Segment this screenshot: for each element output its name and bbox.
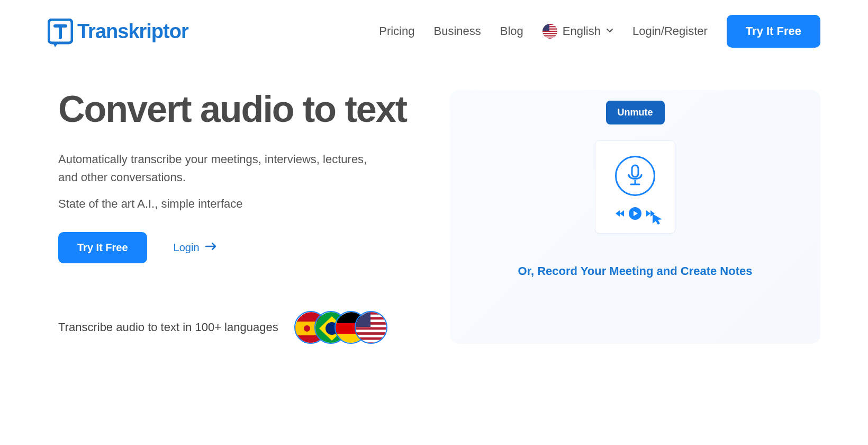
nav-pricing[interactable]: Pricing <box>379 24 414 38</box>
hero-left: Convert audio to text Automatically tran… <box>58 90 429 344</box>
svg-point-13 <box>304 325 310 332</box>
play-icon[interactable] <box>628 207 642 222</box>
logo-icon <box>48 19 73 44</box>
svg-rect-9 <box>542 24 549 31</box>
nav: Pricing Business Blog English Login/Regi… <box>379 15 820 48</box>
svg-rect-7 <box>542 34 557 35</box>
svg-rect-26 <box>356 330 387 332</box>
svg-rect-28 <box>356 340 387 342</box>
login-link-label: Login <box>174 242 200 254</box>
player-controls <box>614 207 656 222</box>
hero-title: Convert audio to text <box>58 90 429 129</box>
languages-text: Transcribe audio to text in 100+ languag… <box>58 321 278 334</box>
nav-login-register[interactable]: Login/Register <box>632 24 708 38</box>
nav-business[interactable]: Business <box>433 24 481 38</box>
languages-row: Transcribe audio to text in 100+ languag… <box>58 311 429 344</box>
login-link[interactable]: Login <box>174 242 218 254</box>
svg-rect-8 <box>542 37 557 38</box>
rewind-icon[interactable] <box>614 209 625 220</box>
svg-rect-6 <box>542 32 557 33</box>
unmute-button[interactable]: Unmute <box>606 101 665 124</box>
hero-subdescription: State of the art A.I., simple interface <box>58 197 429 211</box>
try-free-button-hero[interactable]: Try It Free <box>58 232 147 263</box>
try-free-button-header[interactable]: Try It Free <box>727 15 820 48</box>
hero-right-card: Unmute <box>450 90 820 344</box>
hero: Convert audio to text Automatically tran… <box>0 58 868 344</box>
svg-rect-3 <box>542 25 557 26</box>
arrow-right-icon <box>205 242 218 254</box>
header: Transkriptor Pricing Business Blog Engli… <box>0 0 868 58</box>
nav-blog[interactable]: Blog <box>500 24 523 38</box>
record-meeting-cta[interactable]: Or, Record Your Meeting and Create Notes <box>518 264 753 278</box>
logo-text: Transkriptor <box>77 20 188 43</box>
us-flag-icon <box>542 24 557 39</box>
svg-rect-30 <box>632 165 638 177</box>
hero-description: Automatically transcribe your meetings, … <box>58 150 376 186</box>
chevron-down-icon <box>606 26 613 36</box>
cursor-icon <box>652 213 663 228</box>
language-label: English <box>563 24 601 38</box>
microphone-icon[interactable] <box>615 156 655 196</box>
language-selector[interactable]: English <box>542 24 613 39</box>
us-flag-icon-large <box>355 311 387 344</box>
flag-stack <box>294 311 387 344</box>
mic-card <box>595 140 675 234</box>
svg-rect-27 <box>356 335 387 337</box>
hero-buttons: Try It Free Login <box>58 232 429 263</box>
svg-rect-23 <box>356 314 387 317</box>
logo[interactable]: Transkriptor <box>48 19 188 44</box>
